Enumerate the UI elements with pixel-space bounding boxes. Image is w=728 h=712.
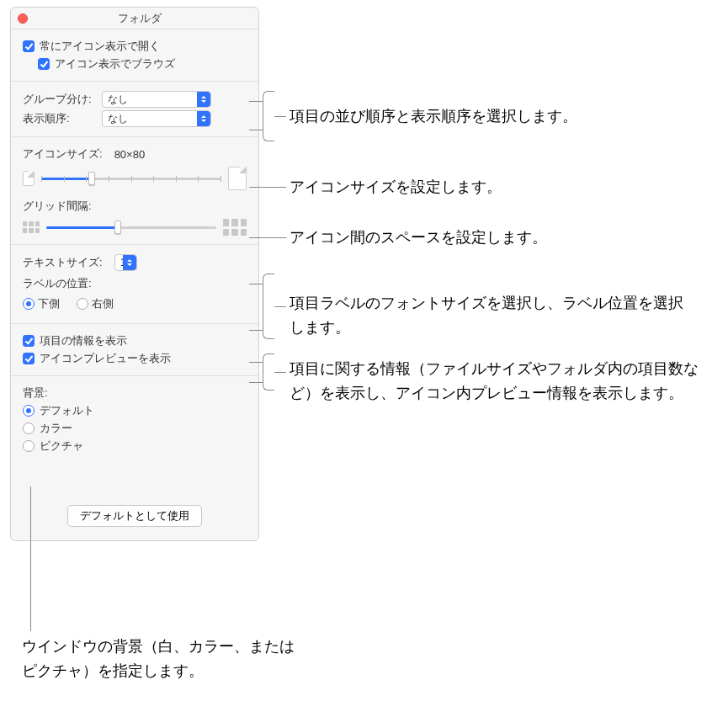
sort-order-value: なし bbox=[108, 112, 128, 126]
sort-order-label: 表示順序: bbox=[23, 111, 97, 126]
background-label: 背景: bbox=[23, 385, 48, 401]
browse-icon-label: アイコン表示でブラウズ bbox=[55, 56, 175, 72]
show-icon-preview-label: アイコンプレビューを表示 bbox=[40, 351, 171, 366]
callout-info: 項目に関する情報（ファイルサイズやフォルダ内の項目数など）を表示し、アイコン内プ… bbox=[290, 357, 710, 406]
callout-bracket bbox=[263, 353, 274, 391]
chevron-updown-icon bbox=[123, 255, 136, 270]
bg-picture-radio[interactable] bbox=[23, 440, 35, 452]
callout-text: 項目ラベルのフォントサイズを選択し、ラベル位置を選択します。 bbox=[290, 291, 685, 340]
callout-line bbox=[274, 306, 286, 307]
section-icon: アイコンサイズ: 80×80 グリッド間隔: bbox=[11, 137, 258, 245]
text-size-label: テキストサイズ: bbox=[23, 255, 103, 270]
show-item-info-checkbox[interactable] bbox=[23, 335, 35, 347]
file-small-icon bbox=[23, 171, 35, 186]
bg-color-radio[interactable] bbox=[23, 422, 35, 434]
bg-default-radio[interactable] bbox=[23, 405, 35, 417]
use-as-defaults-button[interactable]: デフォルトとして使用 bbox=[67, 505, 202, 527]
grid-spacing-slider[interactable] bbox=[46, 222, 216, 232]
group-by-label: グループ分け: bbox=[23, 92, 97, 107]
close-icon[interactable] bbox=[18, 13, 28, 24]
section-info: 項目の情報を表示 アイコンプレビューを表示 bbox=[11, 324, 258, 376]
browse-icon-checkbox[interactable] bbox=[38, 58, 50, 70]
callout-sort: 項目の並び順序と表示順序を選択します。 bbox=[290, 104, 577, 129]
group-by-select[interactable]: なし bbox=[102, 91, 211, 108]
callout-line bbox=[249, 382, 263, 383]
view-options-panel: フォルダ 常にアイコン表示で開く アイコン表示でブラウズ グループ分け: なし … bbox=[10, 7, 259, 541]
section-text: テキストサイズ: 12 ラベルの位置: 下側 右側 bbox=[11, 245, 258, 324]
file-large-icon bbox=[228, 167, 247, 190]
callout-iconsize: アイコンサイズを設定します。 bbox=[290, 175, 502, 199]
chevron-updown-icon bbox=[197, 92, 210, 107]
always-open-icon-label: 常にアイコン表示で開く bbox=[40, 39, 160, 54]
callout-line bbox=[249, 130, 263, 130]
grid-loose-icon bbox=[223, 219, 247, 236]
section-open: 常にアイコン表示で開く アイコン表示でブラウズ bbox=[11, 29, 258, 82]
callout-line bbox=[30, 486, 31, 631]
label-right-radio[interactable] bbox=[77, 298, 88, 310]
callout-line bbox=[249, 362, 263, 363]
show-icon-preview-checkbox[interactable] bbox=[23, 353, 35, 364]
callout-line bbox=[249, 237, 286, 238]
callout-bg: ウインドウの背景（白、カラー、またはピクチャ）を指定します。 bbox=[22, 635, 308, 683]
section-sort: グループ分け: なし 表示順序: なし bbox=[11, 82, 258, 137]
callout-bracket bbox=[263, 91, 274, 141]
icon-size-slider[interactable] bbox=[41, 173, 221, 183]
bg-default-label: デフォルト bbox=[40, 403, 94, 418]
grid-tight-icon bbox=[23, 221, 40, 233]
sort-order-select[interactable]: なし bbox=[102, 110, 211, 127]
callout-line bbox=[249, 330, 263, 331]
text-size-select[interactable]: 12 bbox=[114, 254, 137, 271]
icon-size-label: アイコンサイズ: bbox=[23, 146, 103, 162]
window-title: フォルダ bbox=[28, 11, 252, 26]
label-below-text: 下側 bbox=[38, 296, 60, 311]
callout-grid: アイコン間のスペースを設定します。 bbox=[290, 226, 547, 250]
bg-picture-label: ピクチャ bbox=[40, 438, 83, 454]
callout-line bbox=[249, 284, 263, 284]
bottom-area: デフォルトとして使用 bbox=[11, 463, 258, 540]
chevron-updown-icon bbox=[197, 111, 210, 126]
show-item-info-label: 項目の情報を表示 bbox=[40, 333, 127, 348]
icon-size-value: 80×80 bbox=[114, 148, 146, 161]
always-open-icon-checkbox[interactable] bbox=[23, 40, 35, 52]
titlebar: フォルダ bbox=[11, 8, 258, 29]
callout-line bbox=[274, 116, 286, 117]
callout-bracket bbox=[263, 274, 274, 339]
label-position-label: ラベルの位置: bbox=[23, 276, 92, 291]
callout-line bbox=[249, 101, 263, 102]
section-background: 背景: デフォルト カラー ピクチャ bbox=[11, 376, 258, 463]
group-by-value: なし bbox=[108, 93, 128, 107]
grid-spacing-label: グリッド間隔: bbox=[23, 199, 92, 214]
callout-line bbox=[274, 372, 286, 373]
bg-color-label: カラー bbox=[40, 421, 72, 436]
label-right-text: 右側 bbox=[92, 296, 114, 311]
label-below-radio[interactable] bbox=[23, 298, 35, 310]
callout-line bbox=[249, 187, 286, 188]
